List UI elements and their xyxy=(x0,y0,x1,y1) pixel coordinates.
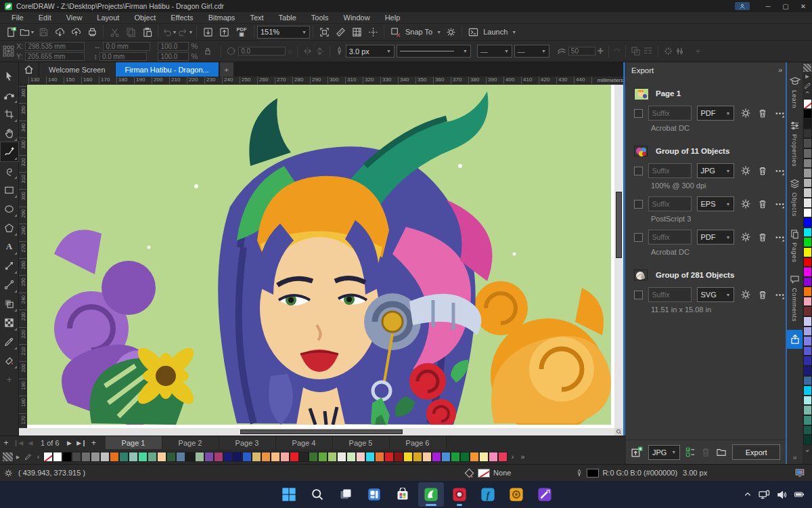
palette-pattern-swatch[interactable] xyxy=(3,452,13,461)
taskbar-capture-icon[interactable] xyxy=(503,482,529,507)
color-swatch[interactable] xyxy=(365,452,375,462)
palette-eyedropper-icon[interactable] xyxy=(803,81,812,90)
minimize-button[interactable]: ─ xyxy=(759,0,777,12)
format-select[interactable]: PDF▼ xyxy=(697,230,735,245)
delete-row-icon[interactable] xyxy=(757,199,769,209)
zoom-corner-button[interactable] xyxy=(614,428,623,436)
export-row-checkbox[interactable] xyxy=(634,200,643,209)
publish-to-pdf-button[interactable]: PDF▣ xyxy=(232,25,251,39)
network-icon[interactable] xyxy=(759,490,770,500)
battery-icon[interactable] xyxy=(794,490,805,499)
docker-tab-learn[interactable]: Learn xyxy=(787,72,803,112)
snap-off-button[interactable] xyxy=(387,25,403,39)
color-swatch[interactable] xyxy=(479,452,489,462)
outline-color-swatch[interactable] xyxy=(587,469,599,478)
taskbar-task-view-icon[interactable] xyxy=(333,482,359,507)
paste-button[interactable] xyxy=(139,25,155,39)
document-tab-0[interactable]: Welcome Screen xyxy=(39,62,116,77)
color-swatch[interactable] xyxy=(252,452,261,462)
export-row-checkbox[interactable] xyxy=(634,291,643,299)
page-tab-4[interactable]: Page 4 xyxy=(276,436,333,450)
color-swatch[interactable] xyxy=(72,452,81,462)
add-page-button-2[interactable]: + xyxy=(88,436,100,450)
color-swatch[interactable] xyxy=(803,405,812,415)
status-settings-icon[interactable] xyxy=(4,469,13,478)
ellipse-tool[interactable] xyxy=(1,199,18,218)
color-swatch[interactable] xyxy=(81,452,91,462)
suffix-input[interactable] xyxy=(648,196,692,211)
delete-row-icon[interactable] xyxy=(757,232,769,242)
account-icon[interactable] xyxy=(735,2,750,10)
export-row-checkbox[interactable] xyxy=(634,109,643,118)
document-tab-1[interactable]: Firman Hatibu - Dragon... xyxy=(116,62,219,77)
taskbar-photo-paint-icon[interactable] xyxy=(447,482,472,507)
color-swatch[interactable] xyxy=(148,452,157,462)
new-document-tab-button[interactable]: + xyxy=(220,62,233,77)
suffix-input[interactable] xyxy=(648,106,692,121)
taskbar-widgets-icon[interactable] xyxy=(361,482,387,507)
arrow-end-select[interactable]: —▼ xyxy=(514,45,549,58)
color-swatch[interactable] xyxy=(138,452,148,462)
color-swatch[interactable] xyxy=(803,366,812,376)
tray-chevron-up-icon[interactable] xyxy=(744,490,752,499)
color-swatch[interactable] xyxy=(803,119,812,129)
export-button[interactable] xyxy=(216,25,232,39)
maximize-button[interactable]: ▢ xyxy=(777,0,794,12)
taskbar-search-icon[interactable] xyxy=(304,482,330,507)
object-width-input[interactable] xyxy=(103,42,150,51)
palette-scroll-right-icon[interactable]: › xyxy=(508,452,518,462)
color-swatch[interactable] xyxy=(803,217,812,228)
cloud-download-button[interactable] xyxy=(51,25,68,39)
color-swatch[interactable] xyxy=(176,452,185,462)
color-swatch[interactable] xyxy=(803,346,812,356)
color-swatch[interactable] xyxy=(309,452,318,462)
color-swatch[interactable] xyxy=(204,452,214,462)
scale-x-input[interactable] xyxy=(158,42,189,51)
welcome-home-tab[interactable] xyxy=(19,62,39,77)
color-swatch[interactable] xyxy=(375,452,384,462)
vertical-scrollbar-thumb[interactable] xyxy=(616,192,622,258)
color-swatch[interactable] xyxy=(803,376,812,386)
docker-tab-objects[interactable]: Objects xyxy=(787,175,803,221)
fill-color-swatch[interactable] xyxy=(478,469,490,478)
spinner-icon[interactable]: ✛ xyxy=(597,47,604,56)
menu-bitmaps[interactable]: Bitmaps xyxy=(201,12,243,24)
docker-tab-export[interactable] xyxy=(787,330,803,349)
copy-button[interactable] xyxy=(122,25,139,39)
footer-format-select[interactable]: JPG▼ xyxy=(648,445,680,460)
document-color-settings-icon[interactable] xyxy=(794,468,805,478)
save-button[interactable] xyxy=(35,25,51,39)
show-guidelines-button[interactable] xyxy=(365,25,381,39)
rectangle-tool[interactable] xyxy=(1,180,18,199)
menu-object[interactable]: Object xyxy=(127,12,163,24)
text-tool[interactable]: A xyxy=(1,237,18,256)
print-button[interactable] xyxy=(84,25,100,39)
color-swatch[interactable] xyxy=(803,336,812,346)
color-swatch[interactable] xyxy=(62,452,72,462)
suffix-input[interactable] xyxy=(648,230,692,245)
color-swatch[interactable] xyxy=(318,452,328,462)
color-swatch[interactable] xyxy=(346,452,356,462)
page-tab-6[interactable]: Page 6 xyxy=(390,436,447,450)
first-page-button[interactable]: ❙◀ xyxy=(12,436,24,450)
pan-tool[interactable] xyxy=(1,123,18,142)
color-swatch[interactable] xyxy=(195,452,204,462)
color-swatch[interactable] xyxy=(384,452,394,462)
taskbar-start-icon[interactable] xyxy=(276,482,302,507)
menu-effects[interactable]: Effects xyxy=(163,12,200,24)
no-color-swatch[interactable] xyxy=(803,99,812,109)
color-swatch[interactable] xyxy=(803,188,812,198)
color-swatch[interactable] xyxy=(803,208,812,218)
color-swatch[interactable] xyxy=(803,237,812,247)
taskbar-font-manager-icon[interactable]: f xyxy=(475,482,501,507)
format-select[interactable]: SVG▼ xyxy=(697,287,735,302)
launch-select[interactable]: ▼ xyxy=(510,25,518,39)
color-swatch[interactable] xyxy=(328,452,337,462)
color-swatch[interactable] xyxy=(803,267,812,277)
palette-scroll-left-icon[interactable]: ‹ xyxy=(33,452,43,462)
object-x-input[interactable] xyxy=(25,42,85,51)
delete-row-icon[interactable] xyxy=(757,290,769,300)
color-swatch[interactable] xyxy=(119,452,129,462)
redo-button[interactable]: ▼ xyxy=(177,25,194,39)
no-color-swatch[interactable] xyxy=(43,452,53,462)
